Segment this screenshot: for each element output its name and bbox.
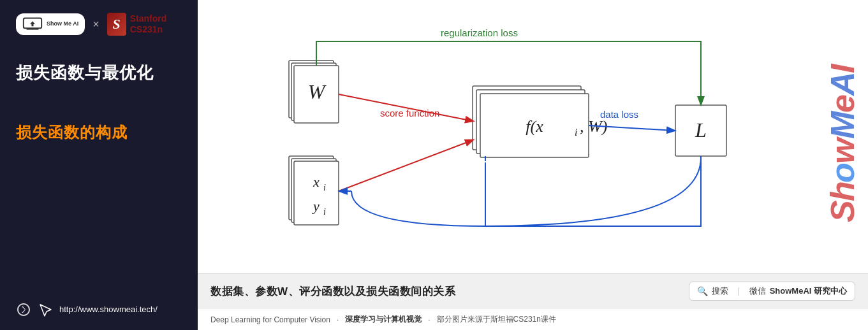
svg-text:f(x: f(x: [526, 117, 543, 136]
svg-text:i: i: [323, 207, 326, 217]
website-link[interactable]: http://www.showmeai.tech/: [16, 289, 182, 317]
score-function-label: score function: [380, 108, 439, 118]
footer-part1: Deep Learning for Computer Vision: [210, 315, 330, 324]
svg-line-23: [339, 140, 473, 191]
logo-area: Show Me AI × S Stanford CS231n: [16, 13, 182, 36]
cursor-icon: [38, 302, 53, 317]
diagram-svg: W x i y i f(x i , W) L: [262, 22, 785, 252]
showmeai-logo-badge: Show Me AI: [16, 13, 85, 35]
brand-label: ShowMeAI 研究中心: [770, 285, 847, 297]
search-badge[interactable]: 🔍 搜索 ｜ 微信 ShowMeAI 研究中心: [689, 282, 855, 301]
data-loss-label: data loss: [600, 109, 638, 120]
monitor-icon: [22, 17, 43, 31]
showmeai-text: Show Me AI: [47, 21, 78, 27]
caption-bar: 数据集、参数W、评分函数以及损失函数间的关系 🔍 搜索 ｜ 微信 ShowMeA…: [198, 273, 868, 308]
W-label: W: [307, 80, 327, 103]
watermark: ShowMeAI: [823, 0, 862, 222]
search-label: 搜索: [712, 285, 728, 297]
stanford-s-letter: S: [107, 13, 126, 36]
footer-part2: 深度学习与计算机视觉: [345, 314, 422, 325]
diagram-area: W x i y i f(x i , W) L: [198, 0, 868, 273]
svg-text:i: i: [575, 127, 577, 138]
svg-rect-9: [294, 161, 339, 225]
svg-text:L: L: [695, 118, 707, 141]
sidebar: Show Me AI × S Stanford CS231n 损失函数与最优化 …: [0, 0, 198, 330]
footer-bar: Deep Learning for Computer Vision · 深度学习…: [198, 308, 868, 330]
arrow-icon: [16, 302, 31, 317]
main-title: 损失函数与最优化: [16, 61, 182, 84]
diagram-wrapper: W x i y i f(x i , W) L: [217, 13, 830, 261]
svg-text:x: x: [313, 174, 320, 190]
stanford-text: Stanford CS231n: [130, 13, 167, 35]
svg-text:i: i: [323, 183, 326, 192]
caption-text: 数据集、参数W、评分函数以及损失函数间的关系: [210, 284, 455, 299]
svg-marker-3: [30, 21, 35, 26]
stanford-badge: S Stanford CS231n: [107, 13, 167, 36]
times-symbol: ×: [92, 18, 99, 31]
content-area: W x i y i f(x i , W) L: [198, 0, 868, 330]
regularization-loss-label: regularization loss: [441, 27, 518, 38]
weixin-label: 微信: [749, 285, 766, 297]
svg-text:y: y: [312, 198, 320, 214]
website-url: http://www.showmeai.tech/: [59, 305, 158, 314]
footer-dot1: ·: [337, 315, 339, 324]
divider: ｜: [735, 285, 743, 297]
search-icon: 🔍: [697, 286, 708, 296]
footer-dot2: ·: [428, 315, 430, 324]
footer-part3: 部分图片来源于斯坦福CS231n课件: [437, 314, 556, 325]
section-title: 损失函数的构成: [16, 122, 182, 143]
showmeai-logo-icon: [22, 17, 43, 31]
